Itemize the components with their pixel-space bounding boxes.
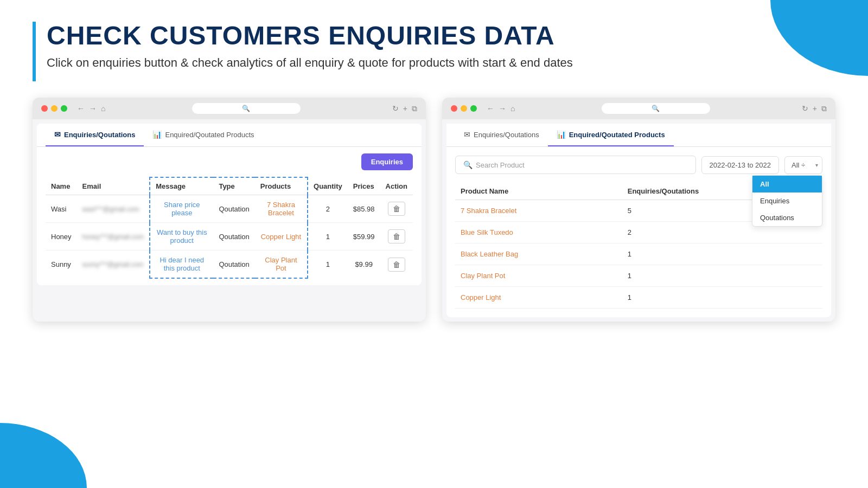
date-range-picker[interactable]: 2022-02-13 to 2022 [701, 156, 779, 174]
right-tabs: ✉ Enquiries/Qoutations 📊 Enquired/Qoutat… [446, 124, 831, 147]
page-title: CHECK CUSTOMERS ENQUIRIES DATA [47, 22, 573, 50]
analytics-product-2: Black Leather Bag [455, 243, 622, 265]
analytics-content: 🔍 Search Product 2022-02-13 to 2022 All … [446, 147, 831, 317]
filter-dropdown[interactable]: All ÷ [784, 156, 822, 174]
right-tab-products-label: Enquired/Qoutated Products [569, 131, 665, 139]
cell-message-2: Hi dear I need this product [150, 251, 213, 279]
right-forward-icon[interactable]: → [499, 104, 506, 113]
dropdown-item-qoutations[interactable]: Qoutations [752, 209, 822, 226]
tab-enquiries-left[interactable]: ✉ Enquiries/Qoutations [46, 124, 144, 146]
analytics-product-3: Clay Plant Pot [455, 265, 622, 287]
header-section: CHECK CUSTOMERS ENQUIRIES DATA Click on … [33, 22, 835, 81]
cell-action-1: 🗑 [380, 223, 413, 251]
back-icon[interactable]: ← [77, 104, 85, 113]
table-row: Honey honey***@gmail.com Want to buy thi… [46, 223, 413, 251]
right-traffic-lights [451, 105, 477, 112]
enquiries-table: Name Email Message Type Products Quantit… [46, 177, 413, 279]
search-filter-row: 🔍 Search Product 2022-02-13 to 2022 All … [455, 156, 822, 174]
right-minimize-button[interactable] [461, 105, 467, 112]
browser-nav-controls: ← → ⌂ [77, 104, 105, 113]
delete-button-0[interactable]: 🗑 [388, 202, 405, 216]
chart-icon: 📊 [152, 130, 162, 139]
right-home-icon[interactable]: ⌂ [510, 104, 515, 113]
tab-enquiries-label: Enquiries/Qoutations [64, 131, 135, 139]
cell-email-2: sunny***@gmail.com [77, 251, 150, 279]
right-browser-nav-controls: ← → ⌂ [487, 104, 515, 113]
search-box[interactable]: 🔍 Search Product [455, 156, 696, 174]
refresh-icon[interactable]: ↻ [392, 104, 399, 113]
left-browser-window: ← → ⌂ 🔍 ↻ + ⧉ [33, 98, 426, 322]
tab-products-label: Enquired/Qoutated Products [165, 131, 254, 139]
page-subtitle: Click on enquiries button & check analyt… [47, 56, 573, 70]
delete-button-2[interactable]: 🗑 [388, 258, 405, 272]
cell-message-1: Want to buy this product [150, 223, 213, 251]
right-browser-window: ← → ⌂ 🔍 ↻ + ⧉ [442, 98, 835, 322]
right-close-button[interactable] [451, 105, 457, 112]
home-icon[interactable]: ⌂ [101, 104, 105, 113]
right-maximize-button[interactable] [470, 105, 477, 112]
col-action: Action [380, 177, 413, 195]
dropdown-item-all[interactable]: All [752, 176, 822, 192]
right-tabs-icon[interactable]: ⧉ [821, 104, 827, 113]
analytics-product-1: Blue Silk Tuxedo [455, 222, 622, 243]
cell-message-0: Share price please [150, 195, 213, 223]
left-table-area: Enquiries Name Email Message Type Produc… [37, 147, 422, 285]
search-placeholder: Search Product [476, 161, 525, 169]
cell-action-0: 🗑 [380, 195, 413, 223]
col-message: Message [150, 177, 213, 195]
cell-type-1: Qoutation [213, 223, 254, 251]
right-add-tab-icon[interactable]: + [813, 104, 817, 113]
enquiries-button-row: Enquiries [46, 153, 413, 170]
analytics-product-4: Copper Light [455, 287, 622, 309]
envelope-icon: ✉ [54, 130, 61, 139]
analytics-count-4: 1 [622, 287, 822, 309]
cell-name-0: Wasi [46, 195, 77, 223]
close-button[interactable] [41, 105, 48, 112]
browser-extra-actions: ↻ + ⧉ [392, 104, 417, 113]
forward-icon[interactable]: → [89, 104, 97, 113]
col-name: Name [46, 177, 77, 195]
minimize-button[interactable] [51, 105, 58, 112]
right-envelope-icon: ✉ [464, 130, 470, 139]
search-icon: 🔍 [242, 105, 250, 112]
left-app-content: ✉ Enquiries/Qoutations 📊 Enquired/Qoutat… [37, 124, 422, 285]
header-accent-bar [33, 22, 36, 81]
delete-button-1[interactable]: 🗑 [388, 229, 405, 243]
address-bar: 🔍 [110, 103, 382, 114]
left-titlebar: ← → ⌂ 🔍 ↻ + ⧉ [33, 98, 426, 119]
dropdown-item-enquiries[interactable]: Enquiries [752, 192, 822, 209]
right-refresh-icon[interactable]: ↻ [802, 104, 808, 113]
cell-type-0: Qoutation [213, 195, 254, 223]
cell-qty-2: 1 [308, 251, 348, 279]
analytics-product-0: 7 Shakra Bracelet [455, 200, 622, 222]
cell-qty-1: 1 [308, 223, 348, 251]
right-search-icon: 🔍 [652, 105, 660, 112]
col-products: Products [255, 177, 308, 195]
enquiries-button[interactable]: Enquiries [361, 153, 413, 170]
table-header: Name Email Message Type Products Quantit… [46, 177, 413, 195]
tab-products-left[interactable]: 📊 Enquired/Qoutated Products [144, 124, 263, 146]
analytics-count-2: 1 [622, 243, 822, 265]
cell-product-1: Copper Light [255, 223, 308, 251]
right-browser-extra-actions: ↻ + ⧉ [802, 104, 827, 113]
filter-dropdown-menu: All Enquiries Qoutations [752, 175, 822, 227]
col-quantity: Quantity [308, 177, 348, 195]
cell-type-2: Qoutation [213, 251, 254, 279]
right-back-icon[interactable]: ← [487, 104, 494, 113]
right-address-bar: 🔍 [519, 103, 792, 114]
cell-action-2: 🗑 [380, 251, 413, 279]
add-tab-icon[interactable]: + [403, 104, 407, 113]
right-app-content: ✉ Enquiries/Qoutations 📊 Enquired/Qoutat… [446, 124, 831, 317]
analytics-row-2: Black Leather Bag 1 [455, 243, 822, 265]
right-tab-enquiries-label: Enquiries/Qoutations [474, 131, 539, 139]
cell-qty-0: 2 [308, 195, 348, 223]
maximize-button[interactable] [61, 105, 67, 112]
tabs-icon[interactable]: ⧉ [412, 104, 417, 113]
col-prices: Prices [348, 177, 380, 195]
analytics-count-3: 1 [622, 265, 822, 287]
cell-price-0: $85.98 [348, 195, 380, 223]
left-tabs: ✉ Enquiries/Qoutations 📊 Enquired/Qoutat… [37, 124, 422, 147]
traffic-lights [41, 105, 67, 112]
tab-enquiries-right[interactable]: ✉ Enquiries/Qoutations [455, 124, 548, 146]
tab-products-right[interactable]: 📊 Enquired/Qoutated Products [548, 124, 674, 146]
